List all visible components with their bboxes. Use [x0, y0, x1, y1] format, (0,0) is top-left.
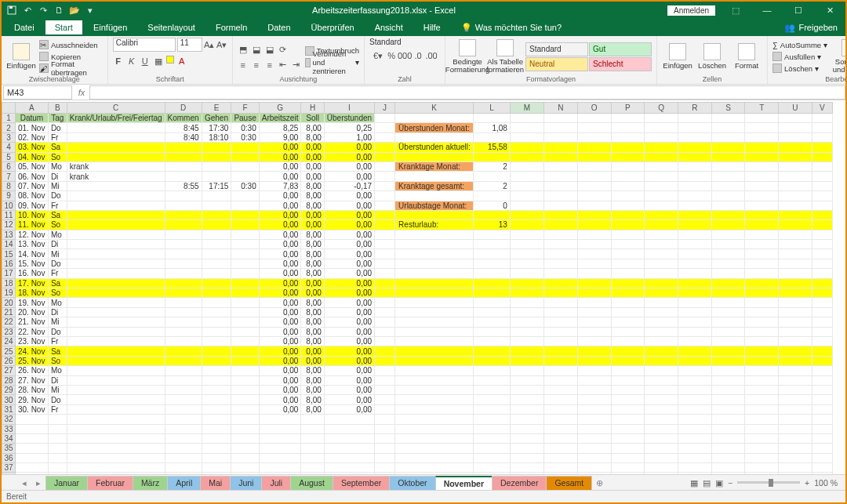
cell[interactable]	[67, 346, 165, 356]
cell[interactable]	[231, 298, 259, 307]
cell[interactable]	[165, 152, 202, 161]
cell[interactable]	[678, 278, 712, 288]
row-header[interactable]: 35	[2, 444, 16, 453]
row-header[interactable]: 34	[2, 433, 16, 443]
cell[interactable]	[577, 444, 611, 453]
insert-cells-button[interactable]: Einfügen	[662, 38, 693, 75]
summary-value[interactable]	[474, 172, 511, 181]
cell[interactable]: 9,00	[259, 132, 301, 142]
cell[interactable]: 28. Nov	[15, 385, 48, 394]
cell[interactable]	[375, 346, 395, 356]
cell[interactable]	[611, 191, 645, 201]
cell[interactable]	[543, 327, 577, 336]
cell[interactable]	[577, 404, 611, 414]
cell[interactable]	[165, 433, 202, 443]
cell[interactable]	[165, 210, 202, 219]
cell[interactable]	[711, 317, 745, 327]
cell[interactable]	[165, 249, 202, 259]
cell[interactable]	[779, 143, 812, 152]
cell[interactable]	[711, 210, 745, 219]
cell[interactable]	[645, 210, 678, 219]
sort-filter-button[interactable]: Sortieren und Filtern	[831, 38, 847, 75]
cell[interactable]	[67, 288, 165, 298]
cell[interactable]	[67, 463, 165, 473]
row-header[interactable]: 18	[2, 278, 16, 288]
cell[interactable]	[779, 210, 812, 219]
cell[interactable]	[67, 143, 165, 152]
summary-value[interactable]	[474, 346, 511, 356]
cell[interactable]	[543, 433, 577, 443]
cell[interactable]	[645, 249, 678, 259]
cell[interactable]	[645, 181, 678, 190]
cell[interactable]	[645, 230, 678, 239]
cell[interactable]	[67, 395, 165, 404]
cell[interactable]	[577, 415, 611, 424]
col-header-G[interactable]: G	[259, 103, 301, 114]
cell[interactable]	[678, 415, 712, 424]
cell[interactable]	[711, 415, 745, 424]
cell[interactable]	[812, 181, 832, 190]
cell[interactable]	[779, 453, 812, 462]
cell[interactable]	[711, 143, 745, 152]
cell[interactable]: 8:40	[165, 132, 202, 142]
sheet-tab-august[interactable]: August	[290, 476, 333, 490]
bold-button[interactable]: F	[113, 56, 124, 67]
cell[interactable]	[202, 424, 231, 433]
cell[interactable]	[645, 307, 678, 317]
summary-label[interactable]	[395, 375, 474, 385]
cell[interactable]: 0,00	[301, 346, 324, 356]
cell[interactable]	[711, 114, 745, 123]
cell[interactable]: 27. Nov	[15, 375, 48, 385]
cell[interactable]	[611, 307, 645, 317]
cell[interactable]: 04. Nov	[15, 152, 48, 161]
cell[interactable]	[231, 375, 259, 385]
cell[interactable]: 11. Nov	[15, 220, 48, 230]
row-header[interactable]: 10	[2, 201, 16, 210]
header-cell[interactable]: Krank/Urlaub/Frei/Feiertag	[67, 114, 165, 123]
cell[interactable]	[645, 269, 678, 278]
increase-decimal-icon[interactable]: .0	[413, 50, 424, 61]
row-header[interactable]: 29	[2, 385, 16, 394]
col-header-M[interactable]: M	[510, 103, 543, 114]
format-cells-button[interactable]: Format	[731, 38, 762, 75]
cell[interactable]	[745, 415, 779, 424]
col-header-P[interactable]: P	[611, 103, 645, 114]
cell[interactable]	[611, 240, 645, 249]
cell[interactable]	[15, 453, 48, 462]
cell[interactable]	[577, 375, 611, 385]
cell[interactable]: 0,00	[259, 336, 301, 346]
cell[interactable]	[745, 317, 779, 327]
summary-value[interactable]	[474, 444, 511, 453]
cell[interactable]	[745, 463, 779, 473]
col-header-J[interactable]: J	[375, 103, 395, 114]
summary-value[interactable]: 2	[474, 181, 511, 190]
cell[interactable]: Mo	[48, 161, 67, 171]
cell[interactable]	[375, 220, 395, 230]
summary-label[interactable]	[395, 249, 474, 259]
cell[interactable]	[375, 336, 395, 346]
summary-label[interactable]	[395, 327, 474, 336]
cell[interactable]	[231, 366, 259, 375]
cell[interactable]	[510, 249, 543, 259]
cell[interactable]	[67, 453, 165, 462]
cell[interactable]	[779, 463, 812, 473]
cell[interactable]	[645, 191, 678, 201]
col-header-V[interactable]: V	[812, 103, 832, 114]
cell[interactable]	[812, 404, 832, 414]
cell[interactable]	[812, 132, 832, 142]
cell[interactable]	[745, 240, 779, 249]
fill-color-button[interactable]	[166, 56, 174, 63]
cell[interactable]: Mo	[48, 366, 67, 375]
cell[interactable]: Fr	[48, 132, 67, 142]
cell[interactable]	[231, 453, 259, 462]
cell[interactable]	[543, 404, 577, 414]
cell[interactable]	[15, 415, 48, 424]
cell[interactable]	[711, 444, 745, 453]
cell[interactable]	[577, 317, 611, 327]
cell[interactable]	[510, 132, 543, 142]
col-header-E[interactable]: E	[202, 103, 231, 114]
summary-label[interactable]	[395, 404, 474, 414]
cell[interactable]	[165, 366, 202, 375]
row-header[interactable]: 13	[2, 230, 16, 239]
cell[interactable]	[375, 143, 395, 152]
